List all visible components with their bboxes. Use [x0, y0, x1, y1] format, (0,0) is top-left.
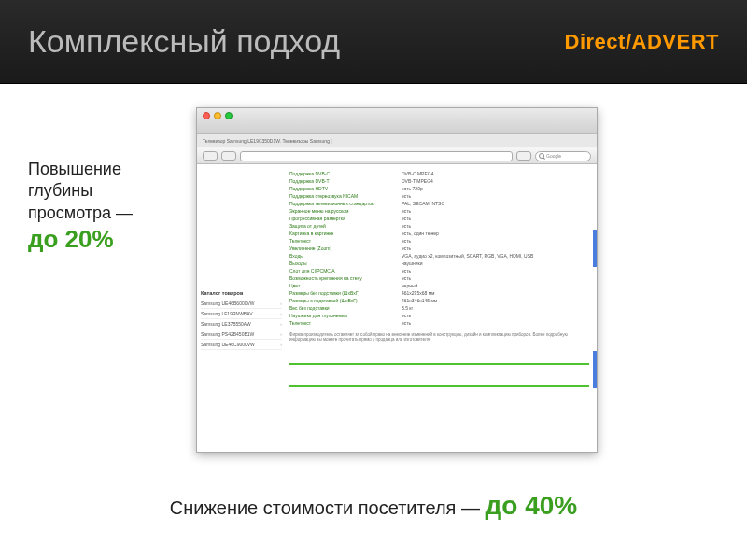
spec-row: Размеры без подставки (ШxВxГ)461x295x68 … — [289, 289, 589, 297]
brand-logo: Direct/ADVERT — [565, 30, 719, 54]
spec-label: Возможность крепления на стену — [289, 275, 402, 281]
spec-value: есть, один тюнер — [402, 231, 589, 236]
spec-label: Защита от детей — [289, 223, 402, 229]
chevron-right-icon: › — [280, 342, 282, 347]
divider-line — [289, 363, 589, 365]
spec-row: Экранное меню на русскоместь — [289, 207, 589, 215]
spec-row: Выходынаушники — [289, 259, 589, 267]
logo-suffix: ADVERT — [632, 30, 719, 53]
scrollbar-thumb[interactable] — [593, 230, 597, 267]
sidebar-item[interactable]: Samsung LF19RNWBAV› — [201, 309, 282, 319]
spec-value: DVB-T MPEG4 — [402, 178, 589, 184]
sidebar-item[interactable]: Samsung UE46B6000VW› — [201, 299, 282, 309]
spec-value: есть — [402, 208, 589, 214]
spec-label: Поддержка DVB-C — [289, 171, 402, 176]
chevron-right-icon: › — [280, 311, 282, 316]
spec-value: 461x295x68 мм — [402, 290, 589, 296]
spec-row: Вес без подставки3.5 кг — [289, 304, 589, 312]
spec-label: Наушники для глухонемых — [289, 313, 402, 318]
spec-value: есть — [402, 313, 589, 318]
page-body: Каталог товаров Samsung UE46B6000VW› Sam… — [197, 164, 597, 452]
spec-row: Защита от детейесть — [289, 222, 589, 230]
spec-table: Поддержка DVB-CDVB-C MPEG4Поддержка DVB-… — [286, 164, 597, 452]
spec-label: Поддержка телевизионных стандартов — [289, 201, 402, 206]
spec-value: есть — [402, 275, 589, 281]
sidebar-item[interactable]: Samsung UE46C9000VW› — [201, 340, 282, 350]
spec-value: 461x346x145 мм — [402, 298, 589, 303]
spec-row: Прогрессивная разверткаесть — [289, 215, 589, 222]
bottom-highlight: до 40% — [486, 491, 578, 520]
spec-label: Телетекст — [289, 238, 402, 244]
search-field[interactable]: Google — [535, 151, 591, 161]
spec-value: наушники — [402, 260, 589, 266]
window-controls — [197, 108, 597, 123]
spec-value: черный — [402, 283, 589, 288]
address-bar[interactable] — [240, 151, 513, 161]
logo-slash: / — [626, 30, 632, 53]
spec-row: Размеры с подставкой (ШxВxГ)461x346x145 … — [289, 297, 589, 304]
spec-row: Поддержка DVB-TDVB-T MPEG4 — [289, 177, 589, 185]
bottom-callout: Снижение стоимости посетителя — до 40% — [0, 491, 747, 521]
spec-row: Увеличение (Zoom)есть — [289, 245, 589, 252]
disclaimer-text: Фирма-производитель оставляет за собой п… — [289, 332, 589, 343]
spec-row: Телетекстесть — [289, 319, 589, 327]
spec-value: VGA, аудио x2, композитный, SCART, RGB, … — [402, 253, 589, 259]
search-icon — [539, 153, 544, 159]
browser-tab: Телевизор Samsung LE19C350D1W. Телевизор… — [197, 134, 597, 147]
spec-row: Поддержка телевизионных стандартовPAL, S… — [289, 200, 589, 207]
left-line3: просмотра — — [28, 203, 133, 222]
spec-value: есть 720p — [402, 186, 589, 191]
divider-line — [289, 385, 589, 387]
spec-row: Картинка в картинкеесть, один тюнер — [289, 230, 589, 237]
left-line2: глубины — [28, 181, 92, 200]
slide-title: Комплексный подход — [28, 23, 565, 60]
spec-label: Размеры с подставкой (ШxВxГ) — [289, 298, 402, 303]
left-line1: Повышение — [28, 160, 121, 178]
spec-label: Входы — [289, 253, 402, 259]
spec-label: Выходы — [289, 260, 402, 266]
zoom-icon — [225, 112, 233, 119]
logo-prefix: Direct — [565, 30, 626, 53]
spec-value: есть — [402, 193, 589, 199]
tab-title: Телевизор Samsung LE19C350D1W. Телевизор… — [203, 138, 332, 144]
bottom-prefix: Снижение стоимости посетителя — — [170, 497, 486, 518]
slide-content: Повышение глубины просмотра — до 20% Тел… — [0, 84, 747, 560]
close-icon — [203, 112, 210, 119]
scrollbar-thumb[interactable] — [593, 351, 597, 388]
spec-value: есть — [402, 216, 589, 221]
spec-label: Поддержка стереозвука NICAM — [289, 193, 402, 199]
minimize-icon — [214, 112, 221, 119]
search-placeholder: Google — [546, 153, 561, 159]
spec-label: Поддержка DVB-T — [289, 178, 402, 184]
spec-label: Цвет — [289, 283, 402, 288]
sidebar-item[interactable]: Samsung PS42B450B1W› — [201, 329, 282, 340]
spec-label: Увеличение (Zoom) — [289, 245, 402, 251]
chevron-right-icon: › — [280, 301, 282, 306]
sidebar-item[interactable]: Samsung LE37B550AW› — [201, 319, 282, 329]
spec-value: DVB-C MPEG4 — [402, 171, 589, 176]
spec-label: Размеры без подставки (ШxВxГ) — [289, 290, 402, 296]
spec-row: Поддержка DVB-CDVB-C MPEG4 — [289, 170, 589, 177]
spec-row: ВходыVGA, аудио x2, композитный, SCART, … — [289, 252, 589, 259]
spec-value: есть — [402, 238, 589, 244]
left-highlight: до 20% — [28, 225, 114, 253]
back-button[interactable] — [203, 151, 218, 161]
spec-value: 3.5 кг — [402, 305, 589, 311]
spec-row: Наушники для глухонемыхесть — [289, 312, 589, 319]
reload-button[interactable] — [516, 151, 531, 161]
spec-row: Цветчерный — [289, 282, 589, 289]
spec-row: Поддержка стереозвука NICAMесть — [289, 192, 589, 200]
spec-value: PAL, SECAM, NTSC — [402, 201, 589, 206]
chevron-right-icon: › — [280, 331, 282, 337]
catalog-sidebar: Каталог товаров Samsung UE46B6000VW› Sam… — [197, 164, 286, 452]
spec-row: Возможность крепления на стенуесть — [289, 274, 589, 282]
chevron-right-icon: › — [280, 321, 282, 327]
spec-label: Прогрессивная развертка — [289, 216, 402, 221]
spec-row: Слот для CI/PCMCIAесть — [289, 267, 589, 274]
spec-label: Слот для CI/PCMCIA — [289, 268, 402, 273]
spec-label: Экранное меню на русском — [289, 208, 402, 214]
forward-button[interactable] — [221, 151, 236, 161]
sidebar-title: Каталог товаров — [201, 290, 282, 296]
spec-label: Вес без подставки — [289, 305, 402, 311]
browser-screenshot: Телевизор Samsung LE19C350D1W. Телевизор… — [196, 107, 598, 453]
